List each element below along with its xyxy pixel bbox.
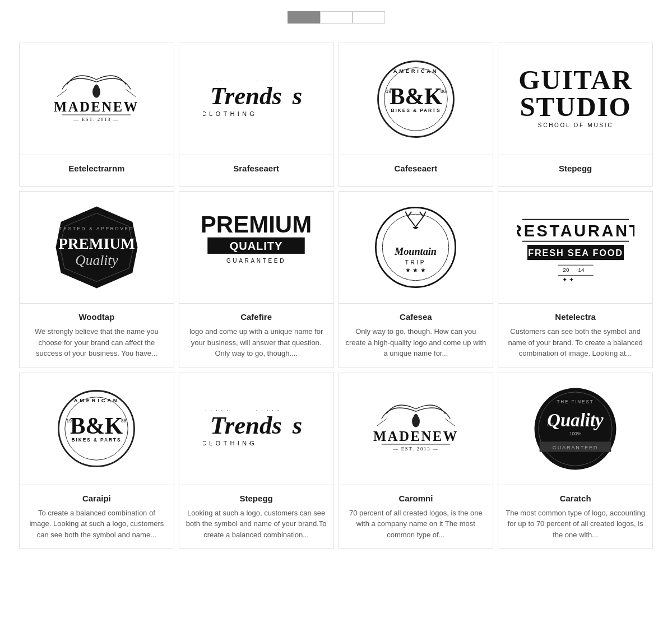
card-info: Cafefire logo and come up with a unique … bbox=[179, 304, 333, 368]
svg-text:— EST. 2013 —: — EST. 2013 — bbox=[73, 117, 119, 122]
svg-text:B&K: B&K bbox=[390, 83, 442, 109]
logo-card[interactable]: GUITAR STUDIO SCHOOL OF MUSIC Stepegg bbox=[498, 43, 653, 187]
svg-point-67 bbox=[412, 415, 420, 427]
svg-text:·: · bbox=[249, 440, 251, 447]
card-info: Stepegg bbox=[498, 155, 652, 186]
card-title: Srafeseaert bbox=[186, 164, 327, 173]
logo-card[interactable]: PREMIUM QUALITY GUARANTEED Cafefire logo… bbox=[179, 191, 334, 368]
logo-card[interactable]: MADENEW — EST. 2013 — Caromni 70 percent… bbox=[339, 373, 494, 550]
card-image: GUITAR STUDIO SCHOOL OF MUSIC bbox=[498, 43, 652, 155]
card-image: MADENEW — EST. 2013 — bbox=[339, 373, 493, 485]
logo-card[interactable]: · · · · · · · · · · Trends CLOTHING · · … bbox=[179, 373, 334, 550]
logo-card[interactable]: RESTAURANT FRESH SEA FOOD 20 14 ✦ ✦ Nete… bbox=[498, 191, 653, 368]
svg-point-0 bbox=[92, 86, 100, 97]
svg-line-34 bbox=[408, 217, 416, 227]
svg-line-35 bbox=[406, 212, 409, 217]
card-image: AMERICAN BIKES & PARTS B&K 19 86 bbox=[339, 43, 493, 155]
logo-grid: MADENEW — EST. 2013 — Eetelectrarnm · · … bbox=[0, 40, 672, 551]
svg-line-37 bbox=[416, 217, 424, 227]
filter-all-button[interactable] bbox=[288, 11, 320, 24]
card-image: · · · · · · · · · · Trends CLOTHING · · … bbox=[179, 373, 333, 485]
card-info: Woodtap We strongly believe that the nam… bbox=[20, 304, 174, 368]
svg-text:THE FINEST: THE FINEST bbox=[557, 399, 594, 404]
logo-card[interactable]: TESTED & APPROVED PREMIUM Quality Woodta… bbox=[19, 191, 174, 368]
svg-text:Quality: Quality bbox=[547, 410, 604, 430]
card-title: Netelectra bbox=[505, 312, 646, 322]
svg-text:·: · bbox=[249, 110, 251, 117]
svg-text:AMERICAN: AMERICAN bbox=[74, 398, 119, 403]
svg-line-36 bbox=[408, 212, 411, 217]
card-description: Only way to go, though. How can you crea… bbox=[346, 326, 486, 359]
svg-text:B&K: B&K bbox=[70, 413, 123, 439]
svg-text:Quality: Quality bbox=[75, 252, 118, 268]
card-title: Caratch bbox=[505, 494, 646, 503]
svg-line-2 bbox=[126, 89, 136, 96]
card-title: Cafesea bbox=[346, 312, 486, 322]
card-title: Stepegg bbox=[505, 164, 646, 173]
svg-line-1 bbox=[57, 89, 67, 96]
card-description: The most common type of logo, accounting… bbox=[505, 508, 646, 541]
svg-text:FRESH SEA FOOD: FRESH SEA FOOD bbox=[528, 248, 623, 258]
svg-line-68 bbox=[377, 419, 387, 426]
filter-bar bbox=[0, 0, 672, 40]
logo-card[interactable]: Mountain TRIP ★ ★ ★ Cafesea Only way to … bbox=[339, 191, 494, 368]
logo-card[interactable]: MADENEW — EST. 2013 — Eetelectrarnm bbox=[19, 43, 174, 187]
svg-text:AMERICAN: AMERICAN bbox=[393, 68, 438, 74]
svg-text:RESTAURANT: RESTAURANT bbox=[517, 222, 634, 240]
card-info: Caratch The most common type of logo, ac… bbox=[498, 485, 652, 549]
svg-text:✦  ✦: ✦ ✦ bbox=[562, 276, 574, 283]
svg-text:19: 19 bbox=[386, 88, 391, 94]
svg-text:QUALITY: QUALITY bbox=[230, 239, 283, 252]
card-info: Cafeseaert bbox=[339, 155, 493, 186]
filter-sponser-button[interactable] bbox=[353, 11, 385, 24]
card-description: To create a balanced combination of imag… bbox=[26, 508, 167, 541]
card-info: Srafeseaert bbox=[179, 155, 333, 186]
card-info: Caromni 70 percent of all created logos,… bbox=[339, 485, 493, 549]
filter-client-button[interactable] bbox=[320, 11, 353, 24]
svg-text:est.: est. bbox=[547, 422, 554, 427]
card-title: Stepegg bbox=[186, 494, 327, 503]
card-description: 70 percent of all created logos, is the … bbox=[346, 508, 486, 541]
logo-card[interactable]: AMERICAN BIKES & PARTS B&K 19 86 Caraipi… bbox=[19, 373, 174, 550]
svg-text:Mountain: Mountain bbox=[394, 246, 437, 257]
card-image: AMERICAN BIKES & PARTS B&K 19 86 bbox=[20, 373, 174, 485]
svg-text:GUARANTEED: GUARANTEED bbox=[226, 258, 286, 264]
card-info: Caraipi To create a balanced combination… bbox=[20, 485, 174, 549]
svg-text:STUDIO: STUDIO bbox=[520, 91, 631, 122]
svg-text:MADENEW: MADENEW bbox=[373, 429, 458, 444]
card-title: Caraipi bbox=[26, 494, 167, 503]
card-info: Stepegg Looking at such a logo, customer… bbox=[179, 485, 333, 549]
svg-text:TESTED & APPROVED: TESTED & APPROVED bbox=[59, 226, 134, 231]
card-image: TESTED & APPROVED PREMIUM Quality bbox=[20, 192, 174, 304]
svg-line-39 bbox=[420, 212, 423, 217]
card-title: Woodtap bbox=[26, 312, 167, 322]
card-description: Looking at such a logo, customers can se… bbox=[186, 508, 327, 541]
svg-text:86: 86 bbox=[441, 88, 446, 94]
svg-text:s: s bbox=[292, 411, 302, 439]
svg-text:PREMIUM: PREMIUM bbox=[201, 211, 312, 237]
svg-text:PREMIUM: PREMIUM bbox=[58, 235, 135, 252]
svg-text:GUARANTEED: GUARANTEED bbox=[553, 444, 599, 450]
card-title: Caromni bbox=[346, 494, 486, 503]
svg-text:14: 14 bbox=[578, 267, 585, 273]
svg-text:★ ★ ★: ★ ★ ★ bbox=[406, 267, 426, 273]
svg-text:19: 19 bbox=[67, 418, 72, 424]
svg-text:MADENEW: MADENEW bbox=[54, 99, 139, 114]
svg-line-69 bbox=[445, 419, 455, 426]
logo-card[interactable]: · · · · · · · · · · Trends CLOTHING · · … bbox=[179, 43, 334, 187]
logo-card[interactable]: AMERICAN BIKES & PARTS B&K 19 86 Cafesea… bbox=[339, 43, 494, 187]
svg-text:SCHOOL OF MUSIC: SCHOOL OF MUSIC bbox=[537, 122, 613, 128]
svg-text:·: · bbox=[210, 440, 212, 447]
card-title: Cafeseaert bbox=[346, 164, 486, 173]
svg-text:— EST. 2013 —: — EST. 2013 — bbox=[392, 446, 438, 452]
card-title: Cafefire bbox=[186, 312, 327, 322]
card-image: Mountain TRIP ★ ★ ★ bbox=[339, 192, 493, 304]
svg-text:·: · bbox=[210, 110, 212, 117]
svg-text:TRIP: TRIP bbox=[405, 259, 426, 266]
svg-line-38 bbox=[424, 212, 427, 217]
card-image: · · · · · · · · · · Trends CLOTHING · · … bbox=[179, 43, 333, 155]
card-description: logo and come up with a unique name for … bbox=[186, 326, 327, 359]
svg-text:Trends: Trends bbox=[210, 81, 282, 109]
card-image: MADENEW — EST. 2013 — bbox=[20, 43, 174, 155]
logo-card[interactable]: THE FINEST Quality 100% GUARANTEED est. … bbox=[498, 373, 653, 550]
